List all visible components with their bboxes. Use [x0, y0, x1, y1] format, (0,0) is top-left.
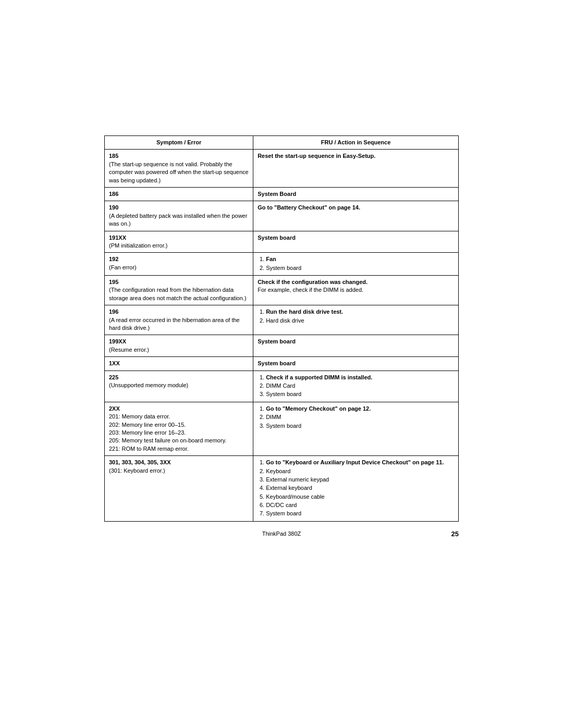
symptom-desc: (301: Keyboard error.) — [109, 467, 165, 474]
action-cell: FanSystem board — [253, 253, 459, 276]
symptom-desc: 201: Memory data error. — [109, 413, 170, 419]
header-symptom: Symptom / Error — [105, 136, 253, 150]
error-code: 191XX — [109, 235, 126, 241]
symptom-desc: (PM initialization error.) — [109, 242, 167, 249]
symptom-cell: 190(A depleted battery pack was installe… — [105, 201, 253, 231]
action-cell: System Board — [253, 187, 459, 201]
error-table: Symptom / Error FRU / Action in Sequence… — [104, 135, 459, 522]
action-cell: Go to "Keyboard or Auxiliary Input Devic… — [253, 456, 459, 522]
symptom-desc: 203: Memory line error 16–23. — [109, 429, 186, 436]
action-cell: System board — [253, 231, 459, 253]
action-cell: Check if a supported DIMM is installed.D… — [253, 371, 459, 402]
error-code: 1XX — [109, 360, 120, 366]
symptom-cell: 1XX — [105, 357, 253, 371]
symptom-cell: 199XX(Resume error.) — [105, 335, 253, 357]
error-code: 190 — [109, 204, 118, 211]
symptom-desc: (A depleted battery pack was installed w… — [109, 213, 247, 227]
table-row: 192(Fan error)FanSystem board — [105, 253, 459, 276]
symptom-desc: (Unsupported memory module) — [109, 382, 188, 388]
table-row: 191XX(PM initialization error.)System bo… — [105, 231, 459, 253]
action-cell: Go to "Battery Checkout" on page 14. — [253, 201, 459, 231]
table-row: 195(The configuration read from the hibe… — [105, 276, 459, 305]
symptom-cell: 2XX201: Memory data error.202: Memory li… — [105, 402, 253, 455]
header-fru: FRU / Action in Sequence — [253, 136, 459, 150]
error-code: 186 — [109, 191, 118, 197]
symptom-cell: 301, 303, 304, 305, 3XX(301: Keyboard er… — [105, 456, 253, 522]
table-row: 301, 303, 304, 305, 3XX(301: Keyboard er… — [105, 456, 459, 522]
symptom-cell: 192(Fan error) — [105, 253, 253, 276]
error-code: 192 — [109, 256, 118, 262]
symptom-desc: 202: Memory line error 00–15. — [109, 422, 186, 428]
table-row: 190(A depleted battery pack was installe… — [105, 201, 459, 231]
symptom-cell: 185(The start-up sequence is not valid. … — [105, 150, 253, 188]
error-code: 195 — [109, 279, 118, 285]
action-cell: Go to "Memory Checkout" on page 12.DIMMS… — [253, 402, 459, 455]
table-row: 196(A read error occurred in the hiberna… — [105, 305, 459, 335]
symptom-desc: 205: Memory test failure on on-board mem… — [109, 437, 226, 443]
footer-product: ThinkPad 380Z — [262, 530, 301, 537]
action-cell: Run the hard disk drive test.Hard disk d… — [253, 305, 459, 335]
error-code: 301, 303, 304, 305, 3XX — [109, 459, 171, 465]
error-code: 185 — [109, 153, 118, 159]
error-code: 2XX — [109, 405, 120, 412]
symptom-cell: 191XX(PM initialization error.) — [105, 231, 253, 253]
symptom-cell: 225(Unsupported memory module) — [105, 371, 253, 402]
table-row: 186System Board — [105, 187, 459, 201]
symptom-cell: 195(The configuration read from the hibe… — [105, 276, 253, 305]
table-row: 2XX201: Memory data error.202: Memory li… — [105, 402, 459, 455]
table-row: 225(Unsupported memory module)Check if a… — [105, 371, 459, 402]
action-cell: System board — [253, 335, 459, 357]
symptom-desc: (Fan error) — [109, 264, 137, 270]
action-cell: System board — [253, 357, 459, 371]
symptom-desc: 221: ROM to RAM remap error. — [109, 446, 189, 452]
action-cell: Check if the configuration was changed.F… — [253, 276, 459, 305]
symptom-desc: (The start-up sequence is not valid. Pro… — [109, 161, 249, 183]
error-code: 225 — [109, 374, 118, 380]
table-row: 1XXSystem board — [105, 357, 459, 371]
page-footer: ThinkPad 380Z 25 — [104, 530, 459, 538]
action-cell: Reset the start-up sequence in Easy-Setu… — [253, 150, 459, 188]
symptom-desc: (A read error occurred in the hibernatio… — [109, 317, 240, 331]
symptom-desc: (Resume error.) — [109, 347, 149, 353]
table-row: 199XX(Resume error.)System board — [105, 335, 459, 357]
error-code: 196 — [109, 309, 118, 315]
table-row: 185(The start-up sequence is not valid. … — [105, 150, 459, 188]
error-code: 199XX — [109, 338, 126, 344]
symptom-cell: 196(A read error occurred in the hiberna… — [105, 305, 253, 335]
symptom-desc: (The configuration read from the hiberna… — [109, 287, 247, 301]
symptom-cell: 186 — [105, 187, 253, 201]
footer-page: 25 — [311, 530, 459, 538]
